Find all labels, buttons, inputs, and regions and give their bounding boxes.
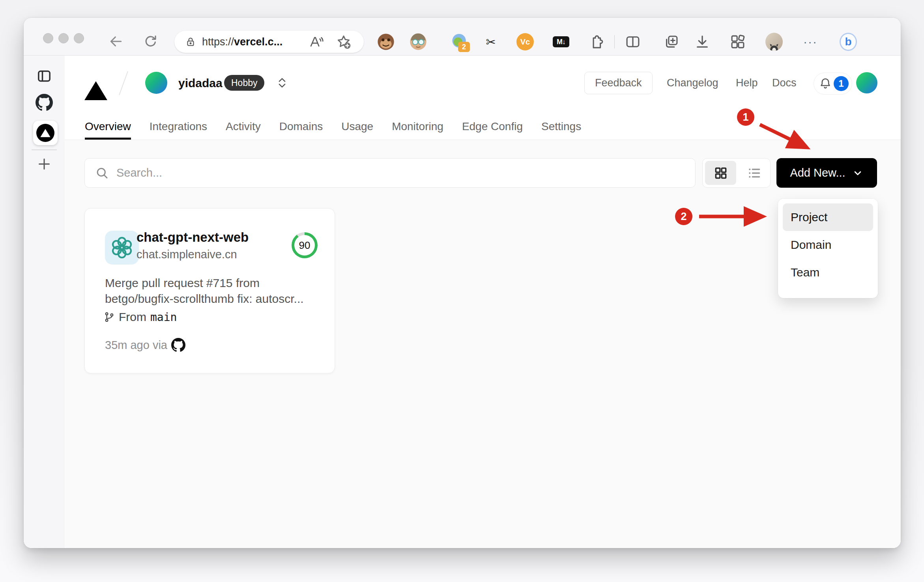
- chevron-down-icon: [852, 167, 864, 179]
- notification-count-badge: 1: [834, 76, 849, 91]
- tab-settings[interactable]: Settings: [541, 115, 581, 140]
- tampermonkey-extension-icon[interactable]: [377, 33, 395, 50]
- markdown-extension-icon[interactable]: M↓: [552, 33, 570, 50]
- menu-item-domain[interactable]: Domain: [783, 231, 873, 259]
- window-minimize-button[interactable]: [58, 33, 69, 43]
- scissors-extension-icon[interactable]: ✂: [482, 33, 499, 50]
- tab-overview[interactable]: Overview: [85, 115, 131, 140]
- score-ring: 90: [292, 232, 318, 258]
- vercel-header: yidadaa Hobby Feedback Changelog Help Do…: [65, 56, 901, 140]
- collections-icon[interactable]: [662, 33, 680, 50]
- git-branch-icon: [104, 312, 115, 323]
- project-card[interactable]: chat-gpt-next-web chat.simplenaive.cn 90…: [84, 208, 335, 373]
- breadcrumb-slash: [119, 71, 128, 95]
- search-icon: [95, 166, 109, 180]
- vertical-tabs-sidebar: [24, 56, 65, 548]
- github-tab-icon[interactable]: [24, 94, 65, 111]
- page-content: yidadaa Hobby Feedback Changelog Help Do…: [65, 56, 901, 548]
- tab-edge-config[interactable]: Edge Config: [462, 115, 523, 140]
- toolbar-divider: [614, 35, 615, 48]
- plan-badge: Hobby: [224, 75, 264, 91]
- sidebar-divider: [32, 149, 57, 150]
- apps-launcher-icon[interactable]: [729, 33, 746, 50]
- downloads-icon[interactable]: [694, 33, 711, 50]
- branch-name: main: [150, 311, 177, 324]
- window-zoom-button[interactable]: [74, 33, 84, 43]
- notifications-button[interactable]: 1: [814, 73, 852, 95]
- user-avatar[interactable]: [856, 72, 877, 93]
- vc-extension-icon[interactable]: Vc: [516, 33, 534, 50]
- vercel-tab-active[interactable]: [33, 121, 58, 145]
- team-switcher-chevrons-icon[interactable]: [277, 76, 287, 91]
- project-name: chat-gpt-next-web: [137, 230, 249, 245]
- project-search: [84, 158, 696, 188]
- team-name[interactable]: yidadaa: [178, 76, 223, 90]
- dashboard-tabs: Overview Integrations Activity Domains U…: [85, 115, 581, 140]
- changelog-link[interactable]: Changelog: [667, 72, 718, 94]
- docs-link[interactable]: Docs: [772, 72, 797, 94]
- bell-icon: [819, 77, 832, 90]
- back-icon[interactable]: [108, 34, 124, 49]
- view-toggle: [702, 158, 771, 188]
- read-aloud-icon[interactable]: [309, 34, 324, 50]
- team-avatar[interactable]: [145, 72, 167, 94]
- bing-chat-icon[interactable]: b: [840, 33, 857, 50]
- grid-view-button[interactable]: [705, 161, 736, 185]
- vercel-favicon: [36, 124, 54, 142]
- refresh-icon[interactable]: [143, 34, 159, 49]
- commit-message-line2: betgo/bugfix-scrollthumb fix: autoscr...: [105, 292, 304, 306]
- help-link[interactable]: Help: [736, 72, 758, 94]
- deployment-meta: 35m ago via: [105, 338, 185, 352]
- more-menu-icon[interactable]: ···: [802, 33, 819, 50]
- tab-monitoring[interactable]: Monitoring: [392, 115, 443, 140]
- address-bar[interactable]: https://vercel.c...: [174, 31, 364, 53]
- score-value: 90: [294, 235, 315, 256]
- tab-usage[interactable]: Usage: [341, 115, 373, 140]
- github-icon: [171, 338, 185, 352]
- search-input[interactable]: [116, 166, 695, 180]
- tab-integrations[interactable]: Integrations: [150, 115, 207, 140]
- new-tab-button[interactable]: [24, 156, 65, 172]
- tab-panel-icon[interactable]: [24, 68, 65, 84]
- list-view-button[interactable]: [739, 161, 770, 185]
- split-screen-icon[interactable]: [624, 33, 642, 50]
- extensions-puzzle-icon[interactable]: [588, 33, 605, 50]
- browser-toolbar: https://vercel.c... 2 ✂ Vc M↓: [24, 18, 901, 56]
- menu-item-project[interactable]: Project: [783, 203, 873, 231]
- tab-activity[interactable]: Activity: [226, 115, 261, 140]
- window-close-button[interactable]: [43, 33, 53, 43]
- favorites-star-icon[interactable]: [335, 34, 352, 50]
- feedback-button[interactable]: Feedback: [584, 72, 653, 94]
- profile-avatar[interactable]: [765, 33, 783, 50]
- menu-item-team[interactable]: Team: [783, 259, 873, 286]
- browser-window: https://vercel.c... 2 ✂ Vc M↓: [24, 18, 901, 548]
- avatar-extension-icon[interactable]: [410, 33, 427, 50]
- commit-message-line1: Merge pull request #715 from: [105, 276, 260, 290]
- add-new-button[interactable]: Add New...: [776, 158, 877, 188]
- openai-logo-icon: [110, 236, 133, 259]
- grid-view-icon: [713, 166, 728, 181]
- add-new-menu: Project Domain Team: [778, 199, 878, 298]
- url-text: https://vercel.c...: [202, 36, 282, 48]
- lock-icon: [185, 36, 196, 48]
- branch-row: From main: [104, 310, 177, 324]
- cat-avatar-image: [765, 33, 783, 51]
- proxy-extension-icon[interactable]: 2: [451, 33, 468, 50]
- tab-domains[interactable]: Domains: [279, 115, 323, 140]
- list-view-icon: [747, 166, 762, 181]
- project-domain[interactable]: chat.simplenaive.cn: [137, 248, 237, 261]
- vercel-logo[interactable]: [84, 75, 107, 82]
- extension-badge: 2: [458, 42, 470, 52]
- project-favicon: [105, 231, 139, 265]
